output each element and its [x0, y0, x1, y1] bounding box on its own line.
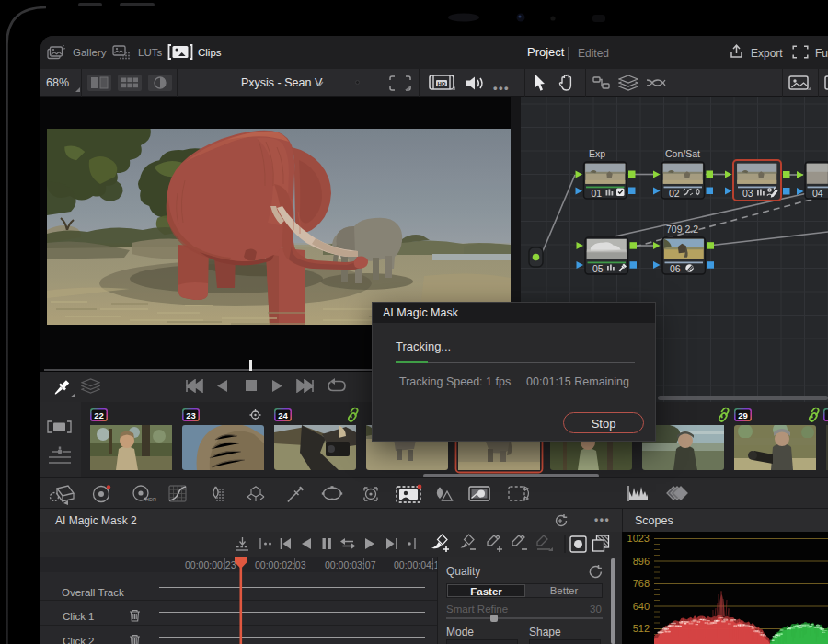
svg-text:01: 01: [592, 188, 603, 199]
svg-text:06: 06: [670, 263, 681, 274]
svg-text:02: 02: [669, 188, 680, 199]
svg-text:Con/Sat: Con/Sat: [665, 148, 700, 159]
svg-text:Exp: Exp: [589, 148, 605, 159]
svg-text:24: 24: [278, 410, 288, 420]
svg-text:00:00:04:11: 00:00:04:11: [394, 559, 437, 570]
svg-text:05: 05: [592, 263, 604, 274]
svg-text:512: 512: [633, 623, 650, 634]
svg-text:640: 640: [633, 601, 650, 612]
svg-text:HDR: HDR: [145, 497, 156, 502]
svg-text:00:00:00:23: 00:00:00:23: [185, 559, 236, 570]
svg-text:HQ: HQ: [438, 81, 446, 86]
svg-text:896: 896: [633, 556, 650, 567]
svg-text:00:00:03:07: 00:00:03:07: [325, 559, 376, 570]
svg-text:00:00:02:03: 00:00:02:03: [255, 559, 306, 570]
svg-text:709 2.2: 709 2.2: [666, 224, 698, 235]
svg-text:04: 04: [812, 188, 823, 199]
svg-text:03: 03: [742, 188, 753, 199]
svg-text:22: 22: [94, 410, 104, 420]
svg-text:768: 768: [633, 578, 650, 589]
svg-text:29: 29: [738, 410, 748, 420]
svg-text:23: 23: [186, 410, 196, 420]
svg-text:1023: 1023: [627, 533, 650, 544]
